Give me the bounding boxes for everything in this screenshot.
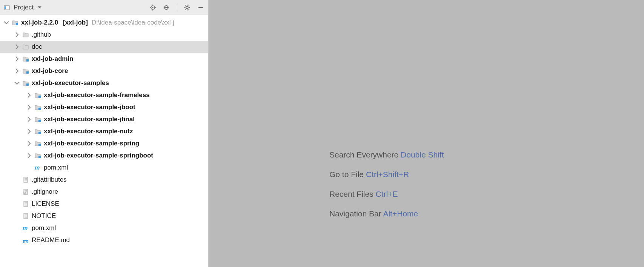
maven-icon bbox=[22, 225, 29, 232]
chevron-right-icon[interactable] bbox=[14, 31, 20, 38]
chevron-right-icon[interactable] bbox=[26, 128, 32, 135]
tree-item-label: xxl-job-executor-samples bbox=[32, 79, 109, 87]
tree-item-pom-root[interactable]: pom.xml bbox=[0, 222, 208, 234]
chevron-right-icon[interactable] bbox=[26, 152, 32, 159]
root-name: xxl-job-2.2.0 bbox=[21, 19, 58, 26]
tree-item-label: xxl-job-executor-sample-jfinal bbox=[44, 116, 135, 123]
tree-item-label: xxl-job-executor-sample-jboot bbox=[44, 103, 135, 111]
module-folder-icon bbox=[34, 128, 41, 135]
hint-label: Go to File bbox=[329, 170, 364, 179]
folder-icon bbox=[22, 31, 29, 38]
tree-item-license[interactable]: LICENSE bbox=[0, 198, 208, 210]
tree-item-label: xxl-job-core bbox=[32, 67, 68, 75]
chevron-right-icon[interactable] bbox=[26, 92, 32, 99]
module-folder-icon bbox=[34, 92, 41, 99]
project-tree[interactable]: xxl-job-2.2.0 [xxl-job] D:\idea-space\id… bbox=[0, 15, 208, 267]
text-file-icon bbox=[22, 201, 29, 207]
editor-empty-area: Search Everywhere Double Shift Go to Fil… bbox=[209, 0, 644, 267]
tree-item-readme[interactable]: README.md bbox=[0, 234, 208, 246]
module-folder-icon bbox=[22, 56, 29, 62]
chevron-down-icon[interactable] bbox=[3, 19, 10, 26]
tree-item-label: LICENSE bbox=[32, 200, 59, 208]
tree-item-sample-jfinal[interactable]: xxl-job-executor-sample-jfinal bbox=[0, 113, 208, 125]
folder-icon bbox=[22, 43, 29, 50]
tree-item-label: xxl-job-admin bbox=[32, 55, 74, 63]
hint-shortcut: Ctrl+E bbox=[376, 190, 398, 198]
tree-item-sample-jboot[interactable]: xxl-job-executor-sample-jboot bbox=[0, 101, 208, 113]
chevron-right-icon[interactable] bbox=[14, 56, 20, 62]
gear-icon[interactable] bbox=[183, 4, 191, 11]
panel-header: Project bbox=[0, 0, 208, 15]
gitignore-icon bbox=[22, 188, 29, 195]
module-folder-icon bbox=[34, 116, 41, 123]
navigation-hints: Search Everywhere Double Shift Go to Fil… bbox=[329, 150, 444, 218]
tree-item-label: pom.xml bbox=[44, 164, 68, 171]
tree-item-label: xxl-job-executor-sample-frameless bbox=[44, 91, 150, 99]
module-folder-icon bbox=[22, 68, 29, 74]
tree-item-label: xxl-job-executor-sample-spring bbox=[44, 140, 139, 147]
tree-item-label: .gitattributes bbox=[32, 176, 67, 184]
maven-icon bbox=[34, 164, 41, 171]
tree-item-pom-inner[interactable]: pom.xml bbox=[0, 162, 208, 174]
tree-item-admin[interactable]: xxl-job-admin bbox=[0, 53, 208, 65]
tree-item-sample-springboot[interactable]: xxl-job-executor-sample-springboot bbox=[0, 150, 208, 162]
root-bracket: [xxl-job] bbox=[63, 19, 88, 26]
hint-navigation-bar: Navigation Bar Alt+Home bbox=[329, 209, 444, 218]
locate-icon[interactable] bbox=[149, 4, 157, 11]
hint-goto-file: Go to File Ctrl+Shift+R bbox=[329, 170, 444, 179]
tree-item-sample-frameless[interactable]: xxl-job-executor-sample-frameless bbox=[0, 89, 208, 101]
project-view-icon bbox=[3, 4, 11, 11]
tree-item-label: pom.xml bbox=[32, 224, 56, 232]
tree-item-gitattributes[interactable]: .gitattributes bbox=[0, 174, 208, 186]
chevron-right-icon[interactable] bbox=[14, 68, 20, 74]
hint-label: Recent Files bbox=[329, 190, 373, 198]
panel-actions bbox=[149, 4, 205, 11]
panel-title-group[interactable]: Project bbox=[3, 4, 149, 11]
hint-label: Navigation Bar bbox=[329, 209, 381, 218]
tree-item-label: README.md bbox=[32, 236, 70, 244]
tree-item-label: .github bbox=[32, 31, 51, 39]
hint-shortcut: Double Shift bbox=[401, 150, 444, 159]
chevron-right-icon[interactable] bbox=[26, 104, 32, 111]
toolbar-divider bbox=[177, 4, 177, 11]
tree-item-gitignore[interactable]: .gitignore bbox=[0, 186, 208, 198]
collapse-all-icon[interactable] bbox=[163, 4, 170, 11]
tree-item-github[interactable]: .github bbox=[0, 29, 208, 41]
markdown-icon bbox=[22, 237, 29, 244]
module-folder-icon bbox=[22, 80, 29, 86]
tree-item-label: NOTICE bbox=[32, 212, 56, 220]
text-file-icon bbox=[22, 213, 29, 219]
hint-label: Search Everywhere bbox=[329, 150, 398, 159]
hint-shortcut: Alt+Home bbox=[383, 209, 418, 218]
hint-search-everywhere: Search Everywhere Double Shift bbox=[329, 150, 444, 159]
module-folder-icon bbox=[34, 152, 41, 159]
chevron-right-icon[interactable] bbox=[26, 140, 32, 147]
hint-shortcut: Ctrl+Shift+R bbox=[366, 170, 409, 179]
tree-item-label: xxl-job-executor-sample-nutz bbox=[44, 128, 133, 135]
tree-item-executor-samples[interactable]: xxl-job-executor-samples bbox=[0, 77, 208, 89]
chevron-right-icon[interactable] bbox=[26, 116, 32, 123]
caret-down-icon bbox=[36, 4, 43, 11]
tree-item-sample-spring[interactable]: xxl-job-executor-sample-spring bbox=[0, 137, 208, 150]
hint-recent-files: Recent Files Ctrl+E bbox=[329, 190, 444, 199]
root-path: D:\idea-space\idea-code\xxl-j bbox=[92, 19, 174, 26]
minimize-icon[interactable] bbox=[197, 4, 204, 11]
tree-item-notice[interactable]: NOTICE bbox=[0, 210, 208, 222]
chevron-down-icon[interactable] bbox=[14, 80, 20, 86]
project-tool-window: Project xxl-job-2.2.0 [xxl-job] D:\idea-… bbox=[0, 0, 209, 267]
tree-item-label: doc bbox=[32, 43, 42, 51]
text-file-icon bbox=[22, 176, 29, 183]
tree-root[interactable]: xxl-job-2.2.0 [xxl-job] D:\idea-space\id… bbox=[0, 17, 208, 29]
module-folder-icon bbox=[34, 140, 41, 147]
chevron-right-icon[interactable] bbox=[14, 43, 20, 50]
tree-item-label: .gitignore bbox=[32, 188, 58, 196]
tree-item-core[interactable]: xxl-job-core bbox=[0, 65, 208, 77]
module-folder-icon bbox=[34, 104, 41, 111]
tree-item-label: xxl-job-executor-sample-springboot bbox=[44, 152, 153, 159]
module-folder-icon bbox=[11, 19, 19, 26]
tree-item-sample-nutz[interactable]: xxl-job-executor-sample-nutz bbox=[0, 125, 208, 137]
panel-title: Project bbox=[14, 4, 34, 11]
tree-item-doc[interactable]: doc bbox=[0, 41, 208, 53]
